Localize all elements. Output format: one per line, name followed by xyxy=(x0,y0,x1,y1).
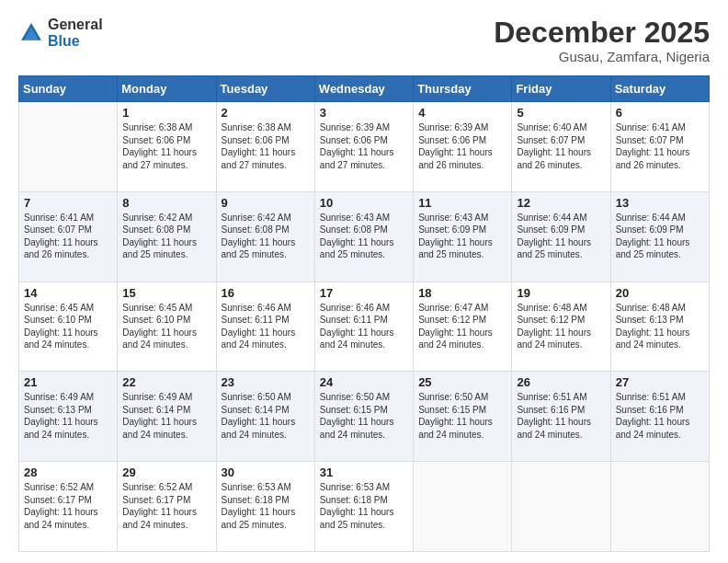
calendar-cell: 7Sunrise: 6:41 AMSunset: 6:07 PMDaylight… xyxy=(19,191,118,282)
cell-info: Sunrise: 6:51 AMSunset: 6:16 PMDaylight:… xyxy=(616,391,704,441)
cell-info: Sunrise: 6:53 AMSunset: 6:18 PMDaylight:… xyxy=(222,481,310,531)
calendar-cell: 20Sunrise: 6:48 AMSunset: 6:13 PMDayligh… xyxy=(610,282,709,372)
day-number: 10 xyxy=(320,196,408,210)
cell-info: Sunrise: 6:50 AMSunset: 6:15 PMDaylight:… xyxy=(320,391,408,441)
day-number: 11 xyxy=(418,196,506,210)
calendar-cell: 10Sunrise: 6:43 AMSunset: 6:08 PMDayligh… xyxy=(314,191,413,282)
calendar-cell: 4Sunrise: 6:39 AMSunset: 6:06 PMDaylight… xyxy=(414,102,512,192)
day-number: 5 xyxy=(517,106,605,120)
calendar-cell: 29Sunrise: 6:52 AMSunset: 6:17 PMDayligh… xyxy=(118,462,216,552)
calendar-cell: 26Sunrise: 6:51 AMSunset: 6:16 PMDayligh… xyxy=(512,372,610,462)
day-number: 13 xyxy=(616,196,704,210)
cell-info: Sunrise: 6:39 AMSunset: 6:06 PMDaylight:… xyxy=(418,121,506,171)
location: Gusau, Zamfara, Nigeria xyxy=(494,49,710,64)
calendar-week-row: 7Sunrise: 6:41 AMSunset: 6:07 PMDaylight… xyxy=(19,191,710,282)
cell-info: Sunrise: 6:43 AMSunset: 6:09 PMDaylight:… xyxy=(418,212,506,261)
cell-info: Sunrise: 6:53 AMSunset: 6:18 PMDaylight:… xyxy=(320,481,408,531)
page: General Blue December 2025 Gusau, Zamfar… xyxy=(0,0,728,563)
day-number: 23 xyxy=(222,375,310,389)
calendar-cell xyxy=(414,462,512,552)
logo-general-text: General xyxy=(48,17,103,33)
cell-info: Sunrise: 6:42 AMSunset: 6:08 PMDaylight:… xyxy=(122,212,210,261)
calendar-week-row: 14Sunrise: 6:45 AMSunset: 6:10 PMDayligh… xyxy=(19,282,710,372)
calendar-cell: 2Sunrise: 6:38 AMSunset: 6:06 PMDaylight… xyxy=(216,102,314,192)
calendar-cell: 14Sunrise: 6:45 AMSunset: 6:10 PMDayligh… xyxy=(19,282,118,372)
calendar-week-row: 1Sunrise: 6:38 AMSunset: 6:06 PMDaylight… xyxy=(19,102,710,192)
day-number: 16 xyxy=(222,286,310,300)
cell-info: Sunrise: 6:50 AMSunset: 6:14 PMDaylight:… xyxy=(222,391,310,441)
calendar-cell: 19Sunrise: 6:48 AMSunset: 6:12 PMDayligh… xyxy=(512,282,610,372)
calendar-cell: 13Sunrise: 6:44 AMSunset: 6:09 PMDayligh… xyxy=(610,191,709,282)
calendar-table: SundayMondayTuesdayWednesdayThursdayFrid… xyxy=(18,75,710,552)
calendar-cell: 11Sunrise: 6:43 AMSunset: 6:09 PMDayligh… xyxy=(414,191,512,282)
day-number: 31 xyxy=(320,465,408,479)
calendar-header-row: SundayMondayTuesdayWednesdayThursdayFrid… xyxy=(19,76,710,102)
col-header-monday: Monday xyxy=(118,76,216,102)
cell-info: Sunrise: 6:38 AMSunset: 6:06 PMDaylight:… xyxy=(122,121,210,171)
cell-info: Sunrise: 6:42 AMSunset: 6:08 PMDaylight:… xyxy=(222,212,310,261)
calendar-cell: 12Sunrise: 6:44 AMSunset: 6:09 PMDayligh… xyxy=(512,191,610,282)
day-number: 18 xyxy=(418,286,506,300)
day-number: 24 xyxy=(320,375,408,389)
logo-text: General Blue xyxy=(48,17,103,49)
calendar-week-row: 28Sunrise: 6:52 AMSunset: 6:17 PMDayligh… xyxy=(19,462,710,552)
calendar-cell: 22Sunrise: 6:49 AMSunset: 6:14 PMDayligh… xyxy=(118,372,216,462)
cell-info: Sunrise: 6:44 AMSunset: 6:09 PMDaylight:… xyxy=(616,212,704,261)
day-number: 22 xyxy=(122,375,210,389)
day-number: 4 xyxy=(418,106,506,120)
calendar-cell: 31Sunrise: 6:53 AMSunset: 6:18 PMDayligh… xyxy=(314,462,413,552)
logo: General Blue xyxy=(18,17,103,49)
calendar-cell: 28Sunrise: 6:52 AMSunset: 6:17 PMDayligh… xyxy=(19,462,118,552)
day-number: 27 xyxy=(616,375,704,389)
cell-info: Sunrise: 6:38 AMSunset: 6:06 PMDaylight:… xyxy=(222,121,310,171)
cell-info: Sunrise: 6:41 AMSunset: 6:07 PMDaylight:… xyxy=(616,121,704,171)
day-number: 2 xyxy=(222,106,310,120)
day-number: 1 xyxy=(122,106,210,120)
col-header-wednesday: Wednesday xyxy=(314,76,413,102)
day-number: 3 xyxy=(320,106,408,120)
day-number: 15 xyxy=(122,286,210,300)
calendar-cell xyxy=(512,462,610,552)
calendar-cell: 8Sunrise: 6:42 AMSunset: 6:08 PMDaylight… xyxy=(118,191,216,282)
calendar-cell: 1Sunrise: 6:38 AMSunset: 6:06 PMDaylight… xyxy=(118,102,216,192)
cell-info: Sunrise: 6:44 AMSunset: 6:09 PMDaylight:… xyxy=(517,212,605,261)
day-number: 21 xyxy=(24,375,112,389)
calendar-cell: 15Sunrise: 6:45 AMSunset: 6:10 PMDayligh… xyxy=(118,282,216,372)
cell-info: Sunrise: 6:48 AMSunset: 6:13 PMDaylight:… xyxy=(616,302,704,351)
logo-icon xyxy=(18,20,44,46)
day-number: 17 xyxy=(320,286,408,300)
calendar-cell: 18Sunrise: 6:47 AMSunset: 6:12 PMDayligh… xyxy=(414,282,512,372)
calendar-cell xyxy=(19,102,118,192)
day-number: 12 xyxy=(517,196,605,210)
cell-info: Sunrise: 6:49 AMSunset: 6:13 PMDaylight:… xyxy=(24,391,112,441)
cell-info: Sunrise: 6:45 AMSunset: 6:10 PMDaylight:… xyxy=(24,302,112,351)
col-header-saturday: Saturday xyxy=(610,76,709,102)
col-header-thursday: Thursday xyxy=(414,76,512,102)
day-number: 8 xyxy=(122,196,210,210)
day-number: 25 xyxy=(418,375,506,389)
header: General Blue December 2025 Gusau, Zamfar… xyxy=(18,17,710,64)
calendar-cell: 23Sunrise: 6:50 AMSunset: 6:14 PMDayligh… xyxy=(216,372,314,462)
cell-info: Sunrise: 6:47 AMSunset: 6:12 PMDaylight:… xyxy=(418,302,506,351)
cell-info: Sunrise: 6:46 AMSunset: 6:11 PMDaylight:… xyxy=(320,302,408,351)
calendar-cell: 17Sunrise: 6:46 AMSunset: 6:11 PMDayligh… xyxy=(314,282,413,372)
col-header-tuesday: Tuesday xyxy=(216,76,314,102)
day-number: 26 xyxy=(517,375,605,389)
logo-blue-text: Blue xyxy=(48,33,103,50)
month-title: December 2025 xyxy=(494,17,710,49)
calendar-cell: 21Sunrise: 6:49 AMSunset: 6:13 PMDayligh… xyxy=(19,372,118,462)
calendar-week-row: 21Sunrise: 6:49 AMSunset: 6:13 PMDayligh… xyxy=(19,372,710,462)
cell-info: Sunrise: 6:43 AMSunset: 6:08 PMDaylight:… xyxy=(320,212,408,261)
cell-info: Sunrise: 6:52 AMSunset: 6:17 PMDaylight:… xyxy=(24,481,112,531)
cell-info: Sunrise: 6:52 AMSunset: 6:17 PMDaylight:… xyxy=(122,481,210,531)
cell-info: Sunrise: 6:39 AMSunset: 6:06 PMDaylight:… xyxy=(320,121,408,171)
cell-info: Sunrise: 6:45 AMSunset: 6:10 PMDaylight:… xyxy=(122,302,210,351)
calendar-cell: 3Sunrise: 6:39 AMSunset: 6:06 PMDaylight… xyxy=(314,102,413,192)
col-header-friday: Friday xyxy=(512,76,610,102)
cell-info: Sunrise: 6:41 AMSunset: 6:07 PMDaylight:… xyxy=(24,212,112,261)
cell-info: Sunrise: 6:51 AMSunset: 6:16 PMDaylight:… xyxy=(517,391,605,441)
day-number: 6 xyxy=(616,106,704,120)
day-number: 9 xyxy=(222,196,310,210)
calendar-cell: 30Sunrise: 6:53 AMSunset: 6:18 PMDayligh… xyxy=(216,462,314,552)
calendar-cell: 25Sunrise: 6:50 AMSunset: 6:15 PMDayligh… xyxy=(414,372,512,462)
